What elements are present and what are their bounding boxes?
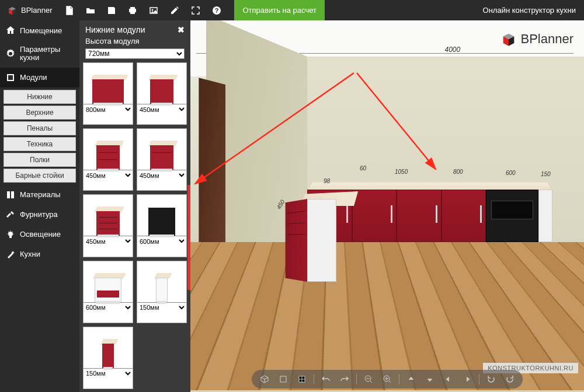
cube-icon bbox=[260, 374, 269, 384]
module-card[interactable]: 450мм bbox=[137, 62, 187, 125]
subitem-shelves[interactable]: Полки bbox=[4, 153, 76, 167]
save-icon bbox=[107, 6, 116, 15]
sidebar-item-lighting[interactable]: Освещение bbox=[0, 225, 79, 244]
oven-unit bbox=[486, 190, 538, 242]
grid-icon bbox=[297, 374, 307, 384]
svg-rect-10 bbox=[280, 376, 286, 382]
viewport-logo: BPlanner bbox=[500, 31, 573, 47]
subitem-tall[interactable]: Пеналы bbox=[4, 121, 76, 135]
print-icon bbox=[128, 6, 137, 15]
hammer-icon bbox=[6, 210, 15, 219]
svg-rect-7 bbox=[9, 236, 12, 238]
module-card[interactable]: 150мм bbox=[83, 327, 133, 389]
view-3d-button[interactable] bbox=[258, 372, 272, 386]
expand-icon bbox=[191, 6, 200, 15]
arrow-down-icon bbox=[426, 375, 434, 383]
module-card[interactable]: 800мм bbox=[83, 62, 133, 125]
zoom-in-button[interactable] bbox=[380, 372, 394, 386]
fullscreen-button[interactable] bbox=[185, 0, 206, 20]
help-button[interactable]: ? bbox=[206, 0, 227, 20]
svg-point-1 bbox=[152, 9, 154, 10]
sidebar-item-fittings[interactable]: Фурнитура bbox=[0, 205, 79, 225]
svg-point-6 bbox=[8, 232, 13, 236]
panel-title: Нижние модули bbox=[85, 25, 145, 34]
redo-icon bbox=[340, 374, 349, 384]
redo-button[interactable] bbox=[338, 372, 352, 386]
print-button[interactable] bbox=[122, 0, 143, 20]
pan-down-button[interactable] bbox=[423, 372, 437, 386]
viewport-toolbar bbox=[252, 370, 523, 388]
square-icon bbox=[279, 374, 288, 384]
svg-rect-5 bbox=[8, 75, 13, 80]
module-card[interactable]: 600мм bbox=[83, 261, 133, 323]
sidebar-item-materials[interactable]: Материалы bbox=[0, 185, 79, 205]
pan-left-button[interactable] bbox=[442, 372, 456, 386]
home-icon bbox=[6, 26, 15, 35]
topbar-tools: ? bbox=[59, 0, 227, 20]
pan-up-button[interactable] bbox=[404, 372, 418, 386]
module-card[interactable]: 150мм bbox=[137, 261, 187, 323]
rotate-right-button[interactable] bbox=[503, 372, 517, 386]
edit-button[interactable] bbox=[164, 0, 185, 20]
sidebar-item-modules[interactable]: Модули bbox=[0, 68, 79, 88]
zoom-out-icon bbox=[364, 374, 373, 384]
new-file-button[interactable] bbox=[59, 0, 80, 20]
subitem-lower[interactable]: Нижние bbox=[4, 90, 76, 104]
panel-close-button[interactable]: ✖ bbox=[178, 25, 185, 34]
viewport-3d[interactable]: BPlanner 3200 4000 bbox=[190, 20, 584, 392]
bulb-icon bbox=[6, 230, 15, 239]
save-button[interactable] bbox=[101, 0, 122, 20]
app-logo: BPlanner bbox=[0, 0, 59, 20]
send-quote-button[interactable]: Отправить на расчет bbox=[234, 0, 324, 20]
open-button[interactable] bbox=[80, 0, 101, 20]
bplanner-logo-icon bbox=[7, 5, 18, 16]
module-card[interactable]: 450мм bbox=[83, 128, 133, 191]
wand-icon bbox=[6, 250, 15, 259]
module-card[interactable]: 450мм bbox=[137, 128, 187, 191]
undo-button[interactable] bbox=[319, 372, 333, 386]
zoom-out-button[interactable] bbox=[361, 372, 376, 386]
arrow-left-icon bbox=[444, 375, 453, 383]
sidebar-item-room[interactable]: Помещение bbox=[0, 20, 79, 40]
subitem-upper[interactable]: Верхние bbox=[4, 106, 76, 120]
bplanner-logo-icon bbox=[500, 31, 517, 47]
height-label: Высота модуля bbox=[79, 37, 190, 48]
module-card[interactable]: 450мм bbox=[83, 194, 133, 257]
pencil-icon bbox=[170, 6, 179, 15]
tagline: Онлайн конструктор кухни bbox=[483, 6, 584, 15]
rotate-left-button[interactable] bbox=[484, 372, 498, 386]
subitem-bar[interactable]: Барные стойки bbox=[4, 169, 76, 183]
sidebar: Помещение Параметры кухни Модули Нижние … bbox=[0, 20, 79, 392]
topbar: BPlanner ? Отправить на расчет Онлайн ко… bbox=[0, 0, 584, 20]
view-front-button[interactable] bbox=[276, 372, 290, 386]
module-card[interactable]: 600мм bbox=[137, 194, 187, 257]
app-name: BPlanner bbox=[21, 6, 52, 15]
subitem-appliances[interactable]: Техника bbox=[4, 137, 76, 151]
rotate-right-icon bbox=[505, 374, 515, 384]
module-grid[interactable]: 800мм 450мм 450мм 450мм 450мм 600мм 600м… bbox=[79, 62, 190, 389]
rotate-left-icon bbox=[486, 374, 496, 384]
image-button[interactable] bbox=[143, 0, 164, 20]
sidebar-module-subgroup: Нижние Верхние Пеналы Техника Полки Барн… bbox=[0, 88, 79, 185]
sidebar-item-kitchens[interactable]: Кухни bbox=[0, 244, 79, 264]
module-icon bbox=[6, 73, 15, 82]
folder-open-icon bbox=[86, 6, 95, 15]
pan-right-button[interactable] bbox=[460, 372, 474, 386]
svg-text:?: ? bbox=[215, 7, 219, 14]
arrow-right-icon bbox=[463, 375, 471, 383]
undo-icon bbox=[321, 374, 331, 384]
arrow-up-icon bbox=[407, 375, 415, 383]
materials-icon bbox=[6, 190, 15, 200]
file-icon bbox=[65, 6, 74, 15]
gear-icon bbox=[6, 49, 15, 58]
image-icon bbox=[149, 6, 158, 15]
module-panel: Нижние модули ✖ Высота модуля 720мм 800м… bbox=[79, 20, 190, 392]
help-icon: ? bbox=[212, 6, 221, 15]
zoom-in-icon bbox=[383, 374, 392, 384]
sidebar-item-params[interactable]: Параметры кухни bbox=[0, 40, 79, 68]
height-select[interactable]: 720мм bbox=[85, 48, 185, 59]
view-top-button[interactable] bbox=[295, 372, 309, 386]
kitchen-assembly[interactable]: 1050 800 600 150 60 98 450 bbox=[260, 160, 541, 289]
